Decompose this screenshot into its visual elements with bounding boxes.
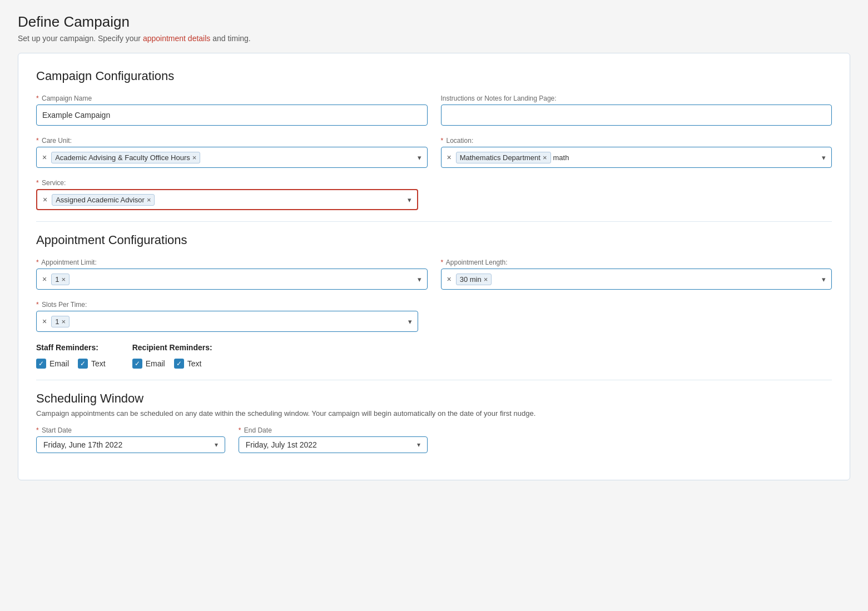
spacer-group-2 <box>643 426 832 453</box>
scheduling-window-section: Scheduling Window Campaign appointments … <box>36 391 832 453</box>
slots-per-time-chevron-icon[interactable]: ▾ <box>406 317 414 326</box>
slots-per-time-tag-remove[interactable]: × <box>61 318 66 325</box>
appt-length-clear-btn[interactable]: × <box>445 275 454 284</box>
campaign-name-row: * Campaign Name Instructions or Notes fo… <box>36 95 832 126</box>
start-date-value: Friday, June 17th 2022 <box>43 440 122 449</box>
required-star: * <box>36 95 39 102</box>
care-unit-input[interactable] <box>202 153 413 162</box>
date-row: * Start Date Friday, June 17th 2022 ▾ * … <box>36 426 832 453</box>
slots-per-time-group: * Slots Per Time: × 1 × ▾ <box>36 301 418 332</box>
divider-1 <box>36 221 832 222</box>
campaign-name-label: * Campaign Name <box>36 95 428 102</box>
campaign-name-input[interactable] <box>36 105 428 126</box>
service-input[interactable] <box>157 196 403 204</box>
page-title: Define Campaign <box>18 13 850 31</box>
service-tag-remove[interactable]: × <box>147 196 151 203</box>
required-star-spt: * <box>36 301 39 309</box>
scheduling-window-subtitle: Campaign appointments can be scheduled o… <box>36 409 832 418</box>
recipient-email-label: Email <box>146 359 165 368</box>
recipient-text-checkbox[interactable]: ✓ <box>174 359 184 369</box>
service-select[interactable]: × Assigned Academic Advisor × ▾ <box>36 189 418 210</box>
appt-limit-length-row: * Appointment Limit: × 1 × ▾ <box>36 259 832 290</box>
staff-text-checkmark-icon: ✓ <box>80 360 86 367</box>
page-wrapper: Define Campaign Set up your campaign. Sp… <box>0 0 868 494</box>
required-star-ed: * <box>239 426 241 434</box>
slots-per-time-row: * Slots Per Time: × 1 × ▾ <box>36 301 832 332</box>
location-chevron-icon[interactable]: ▾ <box>820 153 828 162</box>
staff-reminder-options: ✓ Email ✓ Text <box>36 359 106 369</box>
location-select[interactable]: × Mathematics Department × ▾ <box>441 147 832 168</box>
appt-limit-chevron-icon[interactable]: ▾ <box>415 275 424 284</box>
required-star-sd: * <box>36 426 39 434</box>
recipient-reminders-title: Recipient Reminders: <box>132 343 212 352</box>
slots-per-time-select[interactable]: × 1 × ▾ <box>36 311 418 332</box>
start-date-label: * Start Date <box>36 426 225 434</box>
location-group: * Location: × Mathematics Department × ▾ <box>441 137 832 168</box>
end-date-chevron-icon: ▾ <box>417 441 420 449</box>
appt-length-input[interactable] <box>494 275 817 284</box>
care-unit-label: * Care Unit: <box>36 137 428 145</box>
required-star-svc: * <box>36 179 39 187</box>
required-star-al: * <box>36 259 39 266</box>
instructions-notes-input[interactable] <box>441 105 832 126</box>
end-date-group: * End Date Friday, July 1st 2022 ▾ <box>239 426 428 453</box>
subtitle-text: Set up your campaign. Specify your <box>18 34 141 43</box>
appt-limit-label: * Appointment Limit: <box>36 259 428 266</box>
required-star-loc: * <box>441 137 444 145</box>
appt-limit-select[interactable]: × 1 × ▾ <box>36 269 428 290</box>
service-clear-btn[interactable]: × <box>41 195 49 204</box>
appt-length-select[interactable]: × 30 min × ▾ <box>441 269 832 290</box>
location-input[interactable] <box>553 153 817 162</box>
care-unit-select[interactable]: × Academic Advising & Faculty Office Hou… <box>36 147 428 168</box>
care-unit-group: * Care Unit: × Academic Advising & Facul… <box>36 137 428 168</box>
slots-per-time-clear-btn[interactable]: × <box>40 317 49 326</box>
recipient-email-checkmark-icon: ✓ <box>135 360 140 367</box>
service-row: * Service: × Assigned Academic Advisor ×… <box>36 179 832 210</box>
location-label: * Location: <box>441 137 832 145</box>
end-date-value: Friday, July 1st 2022 <box>246 440 317 449</box>
slots-per-time-input[interactable] <box>72 317 404 326</box>
service-chevron-icon[interactable]: ▾ <box>405 196 414 204</box>
appt-length-tag: 30 min × <box>456 274 492 285</box>
page-subtitle: Set up your campaign. Specify your appoi… <box>18 34 850 43</box>
location-tag-remove[interactable]: × <box>543 154 547 161</box>
staff-text-label: Text <box>91 359 106 368</box>
recipient-text-label: Text <box>187 359 202 368</box>
campaign-name-group: * Campaign Name <box>36 95 428 126</box>
care-unit-location-row: * Care Unit: × Academic Advising & Facul… <box>36 137 832 168</box>
recipient-text-checkbox-item: ✓ Text <box>174 359 202 369</box>
staff-email-checkbox[interactable]: ✓ <box>36 359 46 369</box>
appointment-configurations-title: Appointment Configurations <box>36 233 832 247</box>
instructions-notes-group: Instructions or Notes for Landing Page: <box>441 95 832 126</box>
instructions-notes-label: Instructions or Notes for Landing Page: <box>441 95 832 102</box>
end-date-select[interactable]: Friday, July 1st 2022 ▾ <box>239 436 428 453</box>
subtitle-link[interactable]: appointment details <box>143 34 210 43</box>
appointment-configurations-section: Appointment Configurations * Appointment… <box>36 233 832 369</box>
care-unit-tag: Academic Advising & Faculty Office Hours… <box>51 152 200 163</box>
care-unit-tag-remove[interactable]: × <box>192 154 197 161</box>
recipient-email-checkbox-item: ✓ Email <box>132 359 165 369</box>
appt-length-group: * Appointment Length: × 30 min × ▾ <box>441 259 832 290</box>
care-unit-chevron-icon[interactable]: ▾ <box>415 153 424 162</box>
reminders-row: Staff Reminders: ✓ Email ✓ Tex <box>36 343 832 369</box>
appt-length-tag-remove[interactable]: × <box>484 276 488 283</box>
start-date-chevron-icon: ▾ <box>215 441 218 449</box>
care-unit-clear-btn[interactable]: × <box>40 153 49 162</box>
appt-length-label: * Appointment Length: <box>441 259 832 266</box>
staff-reminders-section: Staff Reminders: ✓ Email ✓ Tex <box>36 343 106 369</box>
appt-length-chevron-icon[interactable]: ▾ <box>820 275 828 284</box>
slots-per-time-tag: 1 × <box>51 316 70 327</box>
divider-2 <box>36 380 832 380</box>
recipient-reminders-section: Recipient Reminders: ✓ Email ✓ <box>132 343 212 369</box>
appt-limit-clear-btn[interactable]: × <box>40 275 49 284</box>
appt-limit-tag-remove[interactable]: × <box>61 276 66 283</box>
location-clear-btn[interactable]: × <box>445 153 454 162</box>
start-date-select[interactable]: Friday, June 17th 2022 ▾ <box>36 436 225 453</box>
end-date-label: * End Date <box>239 426 428 434</box>
service-group: * Service: × Assigned Academic Advisor ×… <box>36 179 418 210</box>
slots-per-time-label: * Slots Per Time: <box>36 301 418 309</box>
appt-limit-input[interactable] <box>72 275 413 284</box>
staff-text-checkbox[interactable]: ✓ <box>78 359 88 369</box>
staff-email-checkbox-item: ✓ Email <box>36 359 69 369</box>
recipient-email-checkbox[interactable]: ✓ <box>132 359 142 369</box>
